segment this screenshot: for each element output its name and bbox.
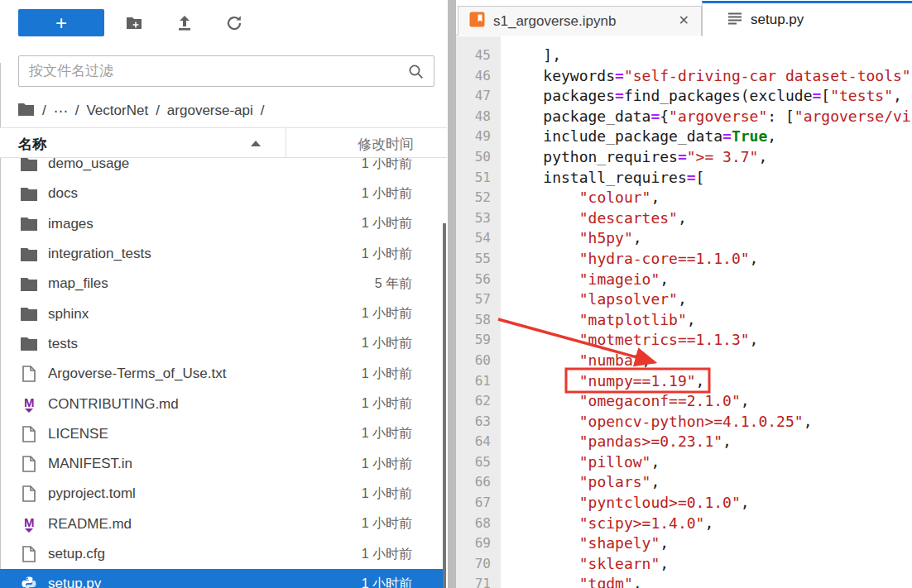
file-row[interactable]: M CONTRIBUTING.md 1 小时前 (0, 389, 445, 418)
column-name-label[interactable]: 名称 (18, 135, 46, 154)
code-line: "scipy>=1.4.0", (507, 514, 912, 534)
code-line: "imageio", (507, 270, 912, 290)
new-launcher-button[interactable]: + (18, 9, 104, 36)
upload-button[interactable] (173, 12, 196, 35)
filename-filter-input[interactable] (19, 56, 434, 86)
file-modified-time: 1 小时前 (362, 546, 412, 563)
code-line: "colour", (507, 188, 912, 208)
file-modified-time: 1 小时前 (362, 425, 412, 442)
line-number: 62 (456, 391, 501, 412)
file-modified-time: 5 年前 (375, 275, 412, 293)
file-browser-toolbar: + (0, 9, 447, 37)
column-modified-label: 修改时间 (358, 135, 414, 154)
file-row[interactable]: map_files 5 年前 (0, 269, 445, 299)
line-number-gutter: 4546474849505152535455565758596061626364… (456, 36, 501, 588)
breadcrumb-segment[interactable]: VectorNet (86, 103, 148, 119)
line-number: 51 (456, 168, 501, 189)
code-area[interactable]: ], keywords="self-driving-car dataset-to… (501, 36, 912, 588)
file-row[interactable]: LICENSE 1 小时前 (0, 419, 445, 449)
file-modified-time: 1 小时前 (362, 576, 412, 588)
folder-icon (21, 275, 37, 292)
line-number: 57 (456, 289, 501, 310)
file-modified-time: 1 小时前 (362, 485, 412, 503)
file-row[interactable]: setup.py 1 小时前 (0, 569, 445, 588)
breadcrumb-segment[interactable]: / (261, 103, 265, 119)
code-line: keywords="self-driving-car dataset-tools… (507, 66, 912, 87)
file-name: README.md (48, 516, 132, 533)
file-row[interactable]: setup.cfg 1 小时前 (0, 539, 445, 569)
code-line: "lapsolver", (507, 289, 912, 310)
file-name: tests (48, 336, 78, 352)
code-line: "sklearn", (507, 554, 912, 575)
breadcrumb-segment[interactable]: / (75, 103, 79, 119)
tab-label: s1_argoverse.ipynb (493, 13, 616, 30)
file-name: sphinx (48, 306, 89, 323)
line-number: 55 (456, 249, 501, 270)
line-number: 61 (456, 371, 501, 392)
refresh-button[interactable] (223, 12, 246, 35)
code-line: "polars", (507, 472, 912, 493)
tab-s1-argoverse-ipynb[interactable]: s1_argoverse.ipynb ✕ (458, 6, 702, 36)
file-row[interactable]: tests 1 小时前 (0, 329, 445, 359)
file-row[interactable]: sphinx 1 小时前 (0, 299, 445, 328)
file-row[interactable]: images 1 小时前 (0, 209, 445, 239)
line-number: 54 (456, 228, 501, 249)
tab-setup-py[interactable]: setup.py (702, 1, 912, 36)
line-number: 48 (456, 107, 501, 127)
file-row[interactable]: pyproject.toml 1 小时前 (0, 479, 445, 509)
search-icon (407, 63, 425, 84)
file-row[interactable]: MANIFEST.in 1 小时前 (0, 449, 445, 479)
home-folder-icon[interactable] (18, 103, 34, 120)
caret-up-icon (251, 141, 261, 146)
file-list-scrollbar[interactable] (443, 223, 446, 588)
code-line: "descartes", (507, 208, 912, 229)
line-number: 49 (456, 127, 501, 147)
file-name: MANIFEST.in (48, 456, 132, 472)
close-icon[interactable]: ✕ (679, 12, 689, 29)
file-row[interactable]: Argoverse-Terms_of_Use.txt 1 小时前 (0, 359, 445, 389)
file-name: Argoverse-Terms_of_Use.txt (48, 366, 226, 382)
file-name: docs (48, 185, 78, 202)
file-modified-time: 1 小时前 (362, 515, 412, 533)
breadcrumb-segment[interactable]: argoverse-api (167, 103, 253, 119)
new-folder-button[interactable] (122, 12, 146, 35)
column-modified[interactable]: 修改时间 (286, 128, 447, 157)
line-number: 50 (456, 147, 501, 168)
file-modified-time: 1 小时前 (362, 215, 412, 232)
file-list-header[interactable]: 名称 修改时间 (0, 127, 447, 158)
code-line: "h5py", (507, 228, 912, 249)
file-name: integration_tests (48, 246, 151, 262)
code-line: "shapely", (507, 533, 912, 554)
file-name: demo_usage (48, 158, 129, 172)
tab-label: setup.py (751, 12, 804, 28)
file-icon (21, 426, 37, 442)
line-number: 64 (456, 432, 501, 452)
breadcrumb-segment[interactable]: / (156, 103, 160, 119)
text-file-icon (727, 12, 742, 28)
refresh-icon (223, 13, 246, 33)
file-row[interactable]: docs 1 小时前 (0, 179, 445, 208)
code-line: install_requires=[ (507, 168, 912, 189)
line-number: 70 (456, 554, 501, 575)
upload-icon (173, 13, 196, 33)
folder-icon (21, 158, 37, 172)
code-line: "opencv-python>=4.1.0.25", (507, 412, 912, 433)
file-row[interactable]: integration_tests 1 小时前 (0, 239, 445, 269)
line-number: 66 (456, 472, 501, 493)
markdown-icon: M (21, 516, 37, 533)
file-name: setup.py (48, 576, 101, 588)
code-line: "matplotlib", (507, 310, 912, 331)
file-row[interactable]: M README.md 1 小时前 (0, 509, 445, 539)
breadcrumb-segment[interactable]: / (42, 103, 46, 119)
panel-divider[interactable] (448, 0, 456, 588)
breadcrumb-segment[interactable]: ⋯ (54, 103, 68, 120)
new-folder-icon (122, 13, 146, 33)
line-number: 52 (456, 188, 501, 208)
code-line: "numpy==1.19", (507, 371, 912, 392)
line-number: 65 (456, 452, 501, 473)
code-line: "pillow", (507, 452, 912, 473)
file-row[interactable]: demo_usage 1 小时前 (0, 158, 445, 179)
code-line: "motmetrics==1.1.3", (507, 330, 912, 351)
file-icon (21, 366, 37, 382)
folder-icon (21, 216, 37, 232)
